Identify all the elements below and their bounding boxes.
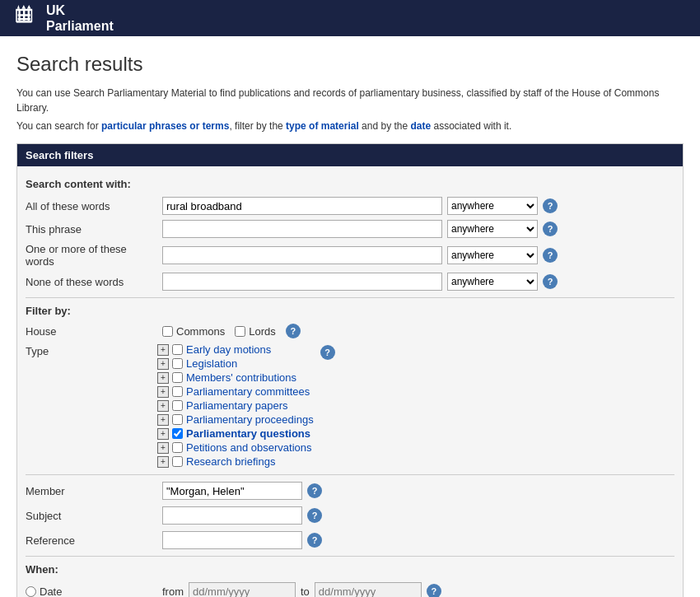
date-from-input[interactable] <box>189 582 296 597</box>
member-input[interactable] <box>162 482 302 500</box>
type-link-leg[interactable]: Legislation <box>186 357 237 370</box>
house-help-icon[interactable]: ? <box>286 324 301 338</box>
all-words-input[interactable] <box>162 197 442 215</box>
this-phrase-label: This phrase <box>26 223 157 236</box>
type-checkbox-edm[interactable] <box>172 344 183 355</box>
from-label: from <box>162 585 184 598</box>
type-link-rb[interactable]: Research briefings <box>186 455 275 468</box>
expand-pet-btn[interactable]: + <box>157 442 169 454</box>
type-link-pp[interactable]: Parliamentary papers <box>186 399 288 412</box>
none-words-label: None of these words <box>26 276 157 288</box>
house-label: House <box>26 325 157 338</box>
svg-rect-4 <box>18 18 30 20</box>
lords-checkbox[interactable] <box>235 326 245 337</box>
logo[interactable]: UK Parliament <box>13 2 114 34</box>
this-phrase-location-select[interactable]: anywhere title summary full text <box>447 220 538 238</box>
type-checkbox-pc[interactable] <box>172 386 183 397</box>
when-section: When: Date from to ? <box>26 563 674 597</box>
all-words-help-icon[interactable]: ? <box>543 198 558 213</box>
to-label: to <box>301 585 310 598</box>
this-phrase-input[interactable] <box>162 220 442 238</box>
member-label: Member <box>26 485 157 497</box>
type-section: Type + Early day motions + Legislation <box>26 343 674 468</box>
svg-marker-11 <box>27 5 31 9</box>
expand-pc-btn[interactable]: + <box>157 386 169 398</box>
type-link-pet[interactable]: Petitions and observations <box>186 441 311 454</box>
type-checkbox-rb[interactable] <box>172 456 183 467</box>
house-checkboxes: Commons Lords ? <box>162 324 301 338</box>
none-words-input[interactable] <box>162 273 442 291</box>
search-content-heading: Search content with: <box>26 178 674 190</box>
type-link-mc[interactable]: Members' contributions <box>186 371 296 384</box>
type-item-rb: + Research briefings <box>157 455 314 468</box>
date-to-input[interactable] <box>315 582 422 597</box>
expand-leg-btn[interactable]: + <box>157 358 169 370</box>
subject-input[interactable] <box>162 506 302 525</box>
filters-heading-label: Search filters <box>26 149 93 161</box>
divider-2 <box>26 474 674 475</box>
expand-procs-btn[interactable]: + <box>157 414 169 426</box>
one-or-more-label: One or more of these words <box>26 243 157 268</box>
divider-1 <box>26 297 674 298</box>
member-row: Member ? <box>26 482 674 500</box>
type-help-icon[interactable]: ? <box>320 345 335 360</box>
expand-pp-btn[interactable]: + <box>157 400 169 412</box>
type-checkbox-pq[interactable] <box>172 428 183 439</box>
type-item-pc: + Parliamentary committees <box>157 385 314 398</box>
none-words-help-icon[interactable]: ? <box>543 274 558 289</box>
expand-mc-btn[interactable]: + <box>157 372 169 384</box>
type-checkbox-pet[interactable] <box>172 442 183 453</box>
type-item-pq: + Parliamentary questions <box>157 427 314 440</box>
filter-by-heading: Filter by: <box>26 305 674 317</box>
type-label: Type <box>26 343 157 357</box>
type-link-pq[interactable]: Parliamentary questions <box>186 427 310 440</box>
expand-pq-btn[interactable]: + <box>157 428 169 440</box>
reference-input[interactable] <box>162 531 302 549</box>
info-text-2: You can search for particular phrases or… <box>16 119 684 133</box>
crown-icon <box>13 5 40 31</box>
filters-body: Search content with: All of these words … <box>17 166 683 597</box>
main-content: Search results You can use Search Parlia… <box>0 36 700 597</box>
none-words-row: None of these words anywhere title summa… <box>26 273 674 291</box>
type-link-pc[interactable]: Parliamentary committees <box>186 385 310 398</box>
commons-checkbox[interactable] <box>162 326 173 337</box>
subject-help-icon[interactable]: ? <box>307 508 322 523</box>
type-link-procs[interactable]: Parliamentary proceedings <box>186 413 314 426</box>
one-or-more-location-select[interactable]: anywhere title summary full text <box>447 246 538 264</box>
all-words-row: All of these words anywhere title summar… <box>26 197 674 215</box>
subject-row: Subject ? <box>26 506 674 525</box>
svg-rect-7 <box>31 10 33 21</box>
svg-rect-3 <box>18 14 30 16</box>
date-radio[interactable] <box>26 586 36 597</box>
none-words-location-select[interactable]: anywhere title summary full text <box>447 273 538 291</box>
info-text-1: You can use Search Parliamentary Materia… <box>16 86 684 115</box>
type-item-leg: + Legislation <box>157 357 314 370</box>
type-checkbox-pp[interactable] <box>172 400 183 411</box>
member-help-icon[interactable]: ? <box>307 483 322 498</box>
type-checkbox-leg[interactable] <box>172 358 183 369</box>
type-checkbox-mc[interactable] <box>172 372 183 383</box>
date-help-icon[interactable]: ? <box>427 584 441 597</box>
svg-marker-9 <box>17 5 20 9</box>
all-words-location-select[interactable]: anywhere title summary full text <box>447 197 538 215</box>
expand-edm-btn[interactable]: + <box>157 344 169 356</box>
type-item-edm: + Early day motions <box>157 343 314 356</box>
type-link-edm[interactable]: Early day motions <box>186 343 271 356</box>
reference-label: Reference <box>26 534 157 547</box>
this-phrase-help-icon[interactable]: ? <box>543 222 558 236</box>
expand-rb-btn[interactable]: + <box>157 456 169 468</box>
one-or-more-input[interactable] <box>162 246 442 264</box>
commons-label[interactable]: Commons <box>176 325 225 338</box>
lords-label[interactable]: Lords <box>249 325 276 338</box>
date-label-container: Date <box>26 585 157 598</box>
one-or-more-help-icon[interactable]: ? <box>543 248 558 263</box>
svg-rect-5 <box>16 21 31 22</box>
this-phrase-row: This phrase anywhere title summary full … <box>26 220 674 238</box>
one-or-more-row: One or more of these words anywhere titl… <box>26 243 674 268</box>
type-checkbox-procs[interactable] <box>172 414 183 425</box>
svg-rect-8 <box>16 9 32 11</box>
svg-rect-6 <box>16 10 17 21</box>
svg-marker-10 <box>21 5 26 9</box>
reference-help-icon[interactable]: ? <box>307 533 322 548</box>
filters-header: Search filters <box>17 144 683 166</box>
